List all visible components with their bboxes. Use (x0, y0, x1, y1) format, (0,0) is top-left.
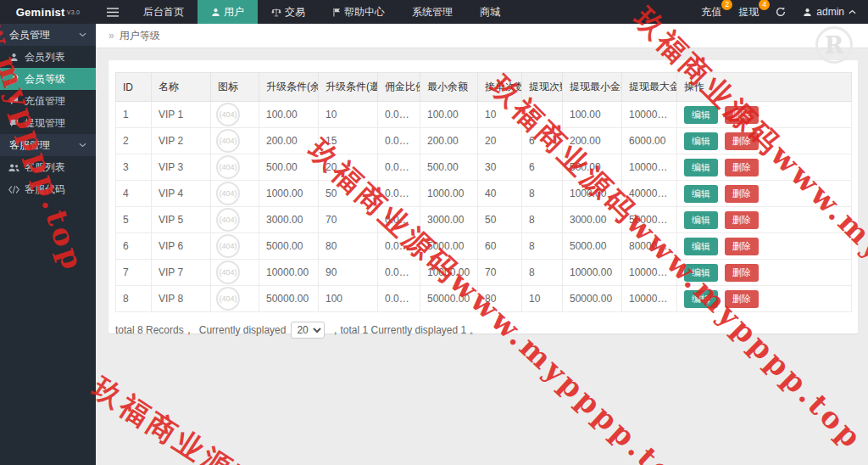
refresh-icon[interactable] (776, 7, 786, 17)
sidebar-section-0[interactable]: 会员管理 (0, 24, 96, 46)
nav-item-help[interactable]: 帮助中心 (319, 0, 398, 24)
column-header: 升级条件(邀请) (319, 73, 378, 102)
cell-icon: 404 (211, 260, 259, 286)
cell-upgrade-balance: 5000.00 (259, 233, 319, 260)
top-nav-right: 充值 2 提现 4 admin (701, 0, 868, 24)
sidebar-item-label: 会员等级 (25, 72, 65, 87)
nav-item-users[interactable]: 用户 (198, 0, 258, 24)
cell-commission-rate: 0.0250 (378, 102, 420, 128)
cell-order-count: 40 (478, 181, 522, 207)
edit-button[interactable]: 编辑 (684, 185, 718, 203)
delete-button[interactable]: 删除 (725, 185, 759, 203)
image-404-placeholder: 404 (216, 182, 240, 205)
cell-order-count: 10 (478, 102, 522, 128)
sidebar-item[interactable]: 客服列表 (0, 156, 96, 178)
nav-item-dashboard[interactable]: 后台首页 (130, 0, 198, 24)
cell-withdraw-min: 50000.00 (563, 286, 622, 312)
cell-upgrade-invite: 15 (319, 128, 378, 154)
cell-upgrade-invite: 50 (319, 181, 378, 207)
cell-withdraw-count: 3 (522, 102, 563, 128)
cell-withdraw-count: 6 (522, 128, 563, 154)
cell-commission-rate: 0.0200 (378, 207, 420, 233)
delete-button[interactable]: 删除 (725, 264, 759, 282)
sidebar-item[interactable]: 会员列表 (0, 46, 96, 68)
edit-button[interactable]: 编辑 (684, 132, 718, 150)
cell-icon: 404 (211, 233, 259, 260)
cell-upgrade-invite: 80 (319, 233, 378, 260)
sidebar-item[interactable]: 客服代码 (0, 178, 96, 200)
cell-actions: 编辑删除 (677, 233, 852, 260)
cell-withdraw-min: 500.00 (563, 154, 622, 181)
cell-upgrade-balance: 3000.00 (259, 207, 319, 233)
column-header: 接单次数 (478, 73, 522, 102)
cell-min-balance: 5000.00 (420, 233, 478, 260)
nav-item-system[interactable]: 系统管理 (398, 0, 466, 24)
nav-item-mall[interactable]: 商城 (466, 0, 514, 24)
cell-min-balance: 500.00 (420, 154, 478, 181)
brand-name: Geminist (16, 6, 65, 19)
cell-min-balance: 3000.00 (420, 207, 478, 233)
edit-button[interactable]: 编辑 (684, 238, 718, 255)
cell-icon: 404 (211, 102, 259, 128)
cell-min-balance: 1000.00 (420, 181, 478, 207)
delete-button[interactable]: 删除 (725, 132, 759, 150)
code-icon (8, 186, 19, 193)
cell-actions: 编辑删除 (677, 181, 852, 207)
table-row: 4VIP 44041000.00500.02001000.004081000.0… (116, 181, 852, 207)
edit-button[interactable]: 编辑 (684, 211, 718, 229)
delete-button[interactable]: 删除 (725, 290, 759, 308)
sidebar-item[interactable]: 会员等级 (0, 68, 96, 90)
cell-commission-rate: 0.0200 (378, 233, 420, 260)
cell-upgrade-balance: 200.00 (259, 128, 319, 154)
sidebar-item[interactable]: 充值管理 (0, 90, 96, 112)
nav-item-label: 商城 (480, 0, 500, 24)
nav-item-trade[interactable]: 交易 (258, 0, 319, 24)
sidebar-item-label: 客服列表 (25, 160, 65, 175)
recharge-button[interactable]: 充值 2 (701, 5, 721, 20)
table-row: 8VIP 840450000.001000.022050000.00801050… (116, 286, 852, 312)
delete-button[interactable]: 删除 (725, 238, 759, 255)
edit-button[interactable]: 编辑 (684, 264, 718, 282)
chevron-down-icon (79, 32, 86, 37)
cell-upgrade-balance: 1000.00 (259, 181, 319, 207)
page: GeministV3.0 后台首页用户交易帮助中心系统管理商城 充值 2 提现 … (0, 0, 868, 465)
user-menu[interactable]: admin (803, 6, 856, 18)
cell-name: VIP 7 (152, 260, 211, 286)
table-footer: total 8 Records， Currently displayed 20 … (115, 322, 851, 339)
content-card: ID名称图标升级条件(余额)升级条件(邀请)佣金比例最小余额接单次数提现次数提现… (108, 60, 858, 333)
edit-button[interactable]: 编辑 (684, 290, 718, 308)
cell-withdraw-count: 8 (522, 233, 563, 260)
page-size-select[interactable]: 20 (291, 322, 325, 339)
image-404-placeholder: 404 (216, 234, 240, 258)
cell-icon: 404 (211, 128, 259, 154)
sidebar-section-1[interactable]: 客服管理 (0, 134, 96, 156)
image-404-placeholder: 404 (216, 208, 240, 232)
hamburger-menu-icon[interactable] (96, 0, 130, 24)
column-header: 提现最大金额 (622, 73, 677, 102)
cell-upgrade-invite: 90 (319, 260, 378, 286)
cell-order-count: 30 (478, 154, 522, 181)
nav-item-label: 交易 (285, 0, 305, 24)
table-row: 6VIP 64045000.00800.02005000.006085000.0… (116, 233, 852, 260)
edit-button[interactable]: 编辑 (684, 159, 718, 176)
cell-withdraw-count: 6 (522, 154, 563, 181)
cell-name: VIP 1 (152, 102, 211, 128)
delete-button[interactable]: 删除 (725, 159, 759, 176)
link-icon (8, 75, 19, 84)
withdraw-button[interactable]: 提现 4 (738, 5, 759, 20)
cell-actions: 编辑删除 (677, 154, 852, 181)
watermark-text: 玖福商业源码www.mypppp.top (85, 369, 536, 465)
edit-button[interactable]: 编辑 (684, 106, 718, 124)
cell-min-balance: 200.00 (420, 128, 478, 154)
delete-button[interactable]: 删除 (725, 211, 759, 229)
user-icon (211, 8, 220, 17)
cell-order-count: 50 (478, 207, 522, 233)
sidebar-item[interactable]: 提现管理 (0, 112, 96, 134)
recharge-badge: 2 (721, 0, 732, 10)
column-header: 图标 (211, 73, 259, 102)
sidebar: 会员管理 会员列表 会员等级 充值管理 提现管理客服管理 客服列表 客服代码 (0, 24, 96, 465)
delete-button[interactable]: 删除 (725, 106, 759, 124)
cell-id: 3 (116, 154, 152, 181)
cell-commission-rate: 0.0300 (378, 128, 420, 154)
nav-item-label: 用户 (224, 0, 244, 24)
